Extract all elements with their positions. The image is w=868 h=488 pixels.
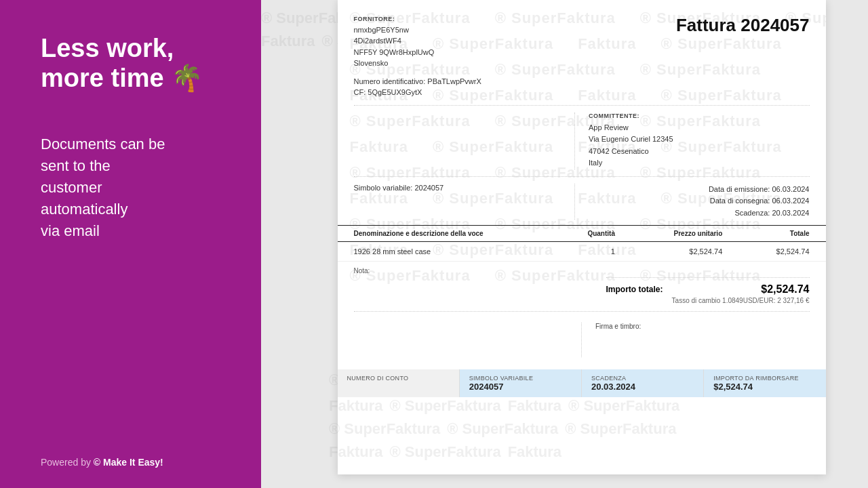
- pay-value-3: 20.03.2024: [591, 382, 694, 392]
- firma-block: Firma e timbro:: [338, 319, 826, 364]
- simbolo-dates-section: Simbolo variabile: 2024057 Data di emiss…: [338, 184, 826, 220]
- desc-line3: customer: [41, 179, 102, 196]
- divider-2: [354, 176, 810, 177]
- tasso-row: Tasso di cambio 1.0849USD/EUR: 2 327,16 …: [606, 297, 810, 304]
- payment-cell-1: Numero di conto: [338, 369, 460, 397]
- headline-line2: more time 🌴: [41, 64, 203, 92]
- left-panel: Less work, more time 🌴 Documents can be …: [0, 0, 261, 488]
- desc-line1: Documents can be: [41, 136, 165, 152]
- data-emissione-label: Data di emissione:: [709, 185, 770, 193]
- table-header: Denominazione e descrizione della voce Q…: [338, 225, 826, 241]
- col-total-header: Totale: [738, 225, 825, 241]
- fornitore-country: Slovensko: [354, 58, 582, 69]
- payment-cell-3: Scadenza 20.03.2024: [582, 369, 704, 397]
- simbolo-label: Simbolo variabile:: [354, 184, 413, 192]
- payment-bar: Numero di conto Simbolo variabile 202405…: [338, 369, 826, 397]
- table-body: 1926 28 mm steel case 1 $2,524.74 $2,524…: [338, 241, 826, 261]
- nota-block: Nota:: [338, 262, 826, 277]
- committente-left: [354, 113, 575, 169]
- committente-label: COMMITTENTE:: [589, 113, 810, 119]
- data-emissione-row: Data di emissione: 06.03.2024: [589, 184, 810, 196]
- col-desc-header: Denominazione e descrizione della voce: [338, 225, 552, 241]
- left-content: Less work, more time 🌴 Documents can be …: [41, 34, 234, 242]
- committente-name: App Review: [589, 122, 810, 134]
- desc-line2: sent to the: [41, 157, 111, 174]
- fornitore-label: FORNITORE:: [354, 15, 582, 24]
- right-panel: ® SuperFaktura ® SuperFaktura ® SuperFak…: [261, 0, 868, 488]
- powered-by: Powered by © Make It Easy!: [41, 457, 234, 468]
- firma-left: Firma e timbro:: [581, 323, 810, 357]
- committente-section: COMMITTENTE: App Review Via Eugenio Curi…: [338, 113, 826, 169]
- powered-brand: © Make It Easy!: [94, 457, 163, 468]
- payment-cell-2: Simbolo variabile 2024057: [460, 369, 582, 397]
- pay-label-2: Simbolo variabile: [469, 375, 572, 382]
- cf-label: CF:: [354, 88, 366, 96]
- tasso-value: 2 327,16 €: [777, 297, 809, 304]
- scadenza-label: Scadenza:: [734, 209, 770, 217]
- powered-prefix: Powered by: [41, 457, 94, 468]
- num-id-label: Numero identificativo:: [354, 77, 426, 85]
- data-emissione-value: 06.03.2024: [772, 185, 809, 193]
- description-text: Documents can be sent to the customer au…: [41, 134, 234, 241]
- simbolo-value: 2024057: [414, 184, 443, 192]
- committente-info: App Review Via Eugenio Curiel 12345 4704…: [589, 119, 810, 169]
- fornitore-name: nmxbgPE6Y5nw: [354, 24, 582, 36]
- invoice-content: FORNITORE: nmxbgPE6Y5nw 4Di2ardstWF4 NFF…: [338, 0, 826, 397]
- fornitore-addr1: 4Di2ardstWF4: [354, 35, 582, 47]
- pay-label-3: Scadenza: [591, 375, 694, 382]
- pay-value-2: 2024057: [469, 382, 572, 392]
- invoice-title-block: Fattura 2024057: [582, 15, 810, 98]
- headline: Less work, more time 🌴: [41, 34, 234, 93]
- table-header-row: Denominazione e descrizione della voce Q…: [338, 225, 826, 241]
- tasso-label: Tasso di cambio 1.0849USD/EUR:: [672, 297, 776, 304]
- simbolo-block: Simbolo variabile: 2024057: [354, 184, 575, 220]
- totals-inner: Importo totale: $2,524.74 Tasso di cambi…: [606, 277, 810, 304]
- pay-value-4: $2,524.74: [713, 382, 816, 392]
- cell-total: $2,524.74: [738, 241, 825, 261]
- payment-cell-4: Importo da rimborsare $2,524.74: [704, 369, 825, 397]
- cf-value: 5QgE5UX9GytX: [368, 88, 422, 96]
- invoice-top: FORNITORE: nmxbgPE6Y5nw 4Di2ardstWF4 NFF…: [338, 0, 826, 98]
- cell-desc: 1926 28 mm steel case: [338, 241, 552, 261]
- data-consegna-value: 06.03.2024: [772, 197, 809, 205]
- divider-3: [354, 311, 810, 312]
- nota-label: Nota:: [354, 267, 370, 274]
- pay-label-4: Importo da rimborsare: [713, 375, 816, 382]
- desc-line4: automatically: [41, 201, 127, 218]
- col-unit-header: Prezzo unitario: [631, 225, 738, 241]
- invoice-title: Fattura 2024057: [582, 15, 810, 36]
- pay-label-1: Numero di conto: [347, 375, 450, 382]
- fornitore-addr2: NFF5Y 9QWr8HxplUwQ: [354, 47, 582, 58]
- data-consegna-label: Data di consegna:: [710, 197, 770, 205]
- data-consegna-row: Data di consegna: 06.03.2024: [589, 195, 810, 207]
- headline-line1: Less work,: [41, 34, 174, 62]
- importo-totale-label: Importo totale:: [606, 285, 663, 294]
- num-id-value: PBaTLwpPvwrX: [427, 77, 481, 85]
- cell-unit-price: $2,524.74: [631, 241, 738, 261]
- firma-label: Firma e timbro:: [582, 323, 810, 330]
- table-row: 1926 28 mm steel case 1 $2,524.74 $2,524…: [338, 241, 826, 261]
- invoice-table: Denominazione e descrizione della voce Q…: [338, 225, 826, 262]
- dates-block: Data di emissione: 06.03.2024 Data di co…: [574, 184, 810, 220]
- desc-line5: via email: [41, 222, 100, 239]
- scadenza-row: Scadenza: 20.03.2024: [589, 207, 810, 220]
- importo-totale-value: $2,524.74: [761, 283, 809, 296]
- committente-addr: Via Eugenio Curiel 12345: [589, 134, 810, 146]
- invoice-wrapper: ® SuperFaktura ® SuperFaktura ® SuperFak…: [295, 0, 868, 488]
- scadenza-date: 20.03.2024: [772, 209, 809, 217]
- committente-right: COMMITTENTE: App Review Via Eugenio Curi…: [574, 113, 810, 169]
- col-qty-header: Quantità: [552, 225, 631, 241]
- totals-block: Importo totale: $2,524.74 Tasso di cambi…: [338, 277, 826, 304]
- total-main-row: Importo totale: $2,524.74: [606, 283, 810, 296]
- committente-city: 47042 Cesenatico: [589, 146, 810, 158]
- cell-qty: 1: [552, 241, 631, 261]
- divider-1: [354, 105, 810, 106]
- firma-right: [354, 323, 582, 357]
- committente-country: Italy: [589, 157, 810, 169]
- fornitore-block: FORNITORE: nmxbgPE6Y5nw 4Di2ardstWF4 NFF…: [354, 15, 582, 98]
